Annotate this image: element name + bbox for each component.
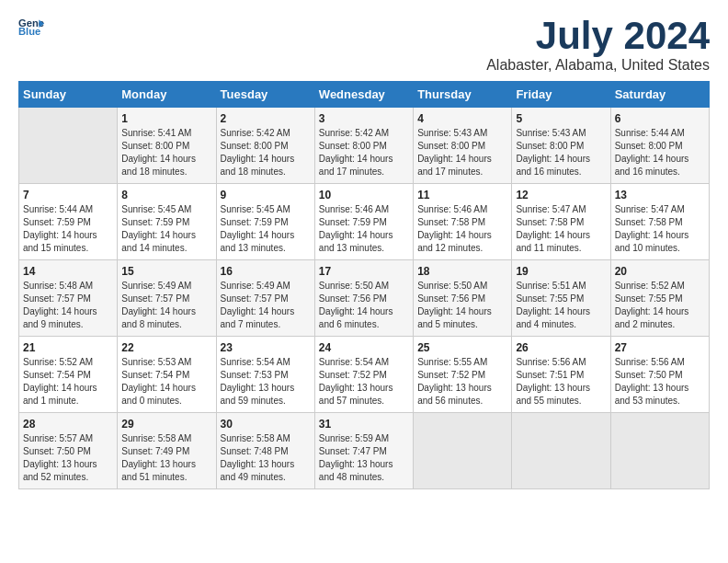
calendar-cell: 2Sunrise: 5:42 AM Sunset: 8:00 PM Daylig… [216,108,314,184]
cell-details: Sunrise: 5:41 AM Sunset: 8:00 PM Dayligh… [121,127,211,178]
calendar-cell: 28Sunrise: 5:57 AM Sunset: 7:50 PM Dayli… [19,413,118,489]
calendar-week-row: 14Sunrise: 5:48 AM Sunset: 7:57 PM Dayli… [19,260,710,337]
cell-details: Sunrise: 5:58 AM Sunset: 7:49 PM Dayligh… [121,432,211,484]
cell-details: Sunrise: 5:47 AM Sunset: 7:58 PM Dayligh… [615,203,705,255]
cell-details: Sunrise: 5:42 AM Sunset: 8:00 PM Dayligh… [221,127,311,178]
calendar-cell: 3Sunrise: 5:42 AM Sunset: 8:00 PM Daylig… [314,108,413,184]
calendar-cell: 12Sunrise: 5:47 AM Sunset: 7:58 PM Dayli… [512,184,610,260]
day-number: 18 [417,265,507,278]
calendar-cell: 13Sunrise: 5:47 AM Sunset: 7:58 PM Dayli… [610,184,709,260]
calendar-cell: 19Sunrise: 5:51 AM Sunset: 7:55 PM Dayli… [512,260,610,337]
calendar-cell [19,108,118,184]
calendar-cell: 9Sunrise: 5:45 AM Sunset: 7:59 PM Daylig… [216,184,314,260]
svg-text:Blue: Blue [18,26,40,37]
day-number: 10 [319,189,409,201]
calendar-cell: 29Sunrise: 5:58 AM Sunset: 7:49 PM Dayli… [118,413,216,489]
day-number: 2 [221,112,311,125]
calendar-body: 1Sunrise: 5:41 AM Sunset: 8:00 PM Daylig… [19,108,710,489]
day-number: 5 [516,112,606,125]
day-number: 13 [615,189,705,201]
calendar-table: SundayMondayTuesdayWednesdayThursdayFrid… [18,81,710,489]
day-number: 9 [221,189,311,201]
day-number: 20 [615,265,705,278]
calendar-cell: 10Sunrise: 5:46 AM Sunset: 7:59 PM Dayli… [314,184,413,260]
day-number: 1 [121,112,211,125]
day-number: 15 [121,265,211,278]
day-number: 28 [23,418,113,431]
calendar-header-cell: Friday [512,82,610,108]
calendar-cell [610,413,709,489]
cell-details: Sunrise: 5:44 AM Sunset: 8:00 PM Dayligh… [615,127,705,178]
cell-details: Sunrise: 5:52 AM Sunset: 7:55 PM Dayligh… [615,280,705,331]
calendar-header-row: SundayMondayTuesdayWednesdayThursdayFrid… [19,82,710,108]
calendar-cell: 17Sunrise: 5:50 AM Sunset: 7:56 PM Dayli… [314,260,413,337]
cell-details: Sunrise: 5:43 AM Sunset: 8:00 PM Dayligh… [516,127,606,178]
cell-details: Sunrise: 5:51 AM Sunset: 7:55 PM Dayligh… [516,280,606,331]
day-number: 31 [319,418,409,431]
cell-details: Sunrise: 5:49 AM Sunset: 7:57 PM Dayligh… [221,280,311,331]
page-title: July 2024 [486,15,710,57]
title-block: July 2024 Alabaster, Alabama, United Sta… [486,15,710,74]
calendar-cell: 8Sunrise: 5:45 AM Sunset: 7:59 PM Daylig… [118,184,216,260]
cell-details: Sunrise: 5:45 AM Sunset: 7:59 PM Dayligh… [121,203,211,255]
day-number: 16 [221,265,311,278]
day-number: 22 [121,341,211,354]
day-number: 25 [417,341,507,354]
cell-details: Sunrise: 5:45 AM Sunset: 7:59 PM Dayligh… [221,203,311,255]
day-number: 3 [319,112,409,125]
day-number: 6 [615,112,705,125]
day-number: 12 [516,189,606,201]
cell-details: Sunrise: 5:56 AM Sunset: 7:51 PM Dayligh… [516,356,606,408]
calendar-cell: 27Sunrise: 5:56 AM Sunset: 7:50 PM Dayli… [610,337,709,413]
calendar-week-row: 7Sunrise: 5:44 AM Sunset: 7:59 PM Daylig… [19,184,710,260]
calendar-cell: 1Sunrise: 5:41 AM Sunset: 8:00 PM Daylig… [118,108,216,184]
cell-details: Sunrise: 5:56 AM Sunset: 7:50 PM Dayligh… [615,356,705,408]
logo: General Blue [18,15,44,40]
calendar-header-cell: Saturday [610,82,709,108]
day-number: 4 [417,112,507,125]
day-number: 14 [23,265,113,278]
logo-icon: General Blue [18,15,44,40]
cell-details: Sunrise: 5:55 AM Sunset: 7:52 PM Dayligh… [417,356,507,408]
calendar-cell: 20Sunrise: 5:52 AM Sunset: 7:55 PM Dayli… [610,260,709,337]
calendar-cell: 31Sunrise: 5:59 AM Sunset: 7:47 PM Dayli… [314,413,413,489]
calendar-cell: 26Sunrise: 5:56 AM Sunset: 7:51 PM Dayli… [512,337,610,413]
calendar-cell: 6Sunrise: 5:44 AM Sunset: 8:00 PM Daylig… [610,108,709,184]
cell-details: Sunrise: 5:43 AM Sunset: 8:00 PM Dayligh… [417,127,507,178]
cell-details: Sunrise: 5:53 AM Sunset: 7:54 PM Dayligh… [121,356,211,408]
cell-details: Sunrise: 5:49 AM Sunset: 7:57 PM Dayligh… [121,280,211,331]
cell-details: Sunrise: 5:42 AM Sunset: 8:00 PM Dayligh… [319,127,409,178]
calendar-cell: 11Sunrise: 5:46 AM Sunset: 7:58 PM Dayli… [414,184,512,260]
day-number: 19 [516,265,606,278]
calendar-cell: 18Sunrise: 5:50 AM Sunset: 7:56 PM Dayli… [414,260,512,337]
calendar-cell [512,413,610,489]
cell-details: Sunrise: 5:50 AM Sunset: 7:56 PM Dayligh… [319,280,409,331]
calendar-cell [414,413,512,489]
cell-details: Sunrise: 5:46 AM Sunset: 7:59 PM Dayligh… [319,203,409,255]
cell-details: Sunrise: 5:54 AM Sunset: 7:53 PM Dayligh… [221,356,311,408]
day-number: 23 [221,341,311,354]
cell-details: Sunrise: 5:52 AM Sunset: 7:54 PM Dayligh… [23,356,113,408]
cell-details: Sunrise: 5:46 AM Sunset: 7:58 PM Dayligh… [417,203,507,255]
calendar-header-cell: Sunday [19,82,118,108]
day-number: 17 [319,265,409,278]
calendar-cell: 22Sunrise: 5:53 AM Sunset: 7:54 PM Dayli… [118,337,216,413]
calendar-header-cell: Wednesday [314,82,413,108]
calendar-cell: 25Sunrise: 5:55 AM Sunset: 7:52 PM Dayli… [414,337,512,413]
day-number: 24 [319,341,409,354]
cell-details: Sunrise: 5:47 AM Sunset: 7:58 PM Dayligh… [516,203,606,255]
day-number: 7 [23,189,113,201]
cell-details: Sunrise: 5:50 AM Sunset: 7:56 PM Dayligh… [417,280,507,331]
calendar-header-cell: Monday [118,82,216,108]
calendar-cell: 14Sunrise: 5:48 AM Sunset: 7:57 PM Dayli… [19,260,118,337]
day-number: 27 [615,341,705,354]
calendar-cell: 16Sunrise: 5:49 AM Sunset: 7:57 PM Dayli… [216,260,314,337]
calendar-week-row: 21Sunrise: 5:52 AM Sunset: 7:54 PM Dayli… [19,337,710,413]
calendar-cell: 7Sunrise: 5:44 AM Sunset: 7:59 PM Daylig… [19,184,118,260]
day-number: 26 [516,341,606,354]
calendar-cell: 4Sunrise: 5:43 AM Sunset: 8:00 PM Daylig… [414,108,512,184]
calendar-cell: 15Sunrise: 5:49 AM Sunset: 7:57 PM Dayli… [118,260,216,337]
cell-details: Sunrise: 5:54 AM Sunset: 7:52 PM Dayligh… [319,356,409,408]
calendar-header-cell: Tuesday [216,82,314,108]
cell-details: Sunrise: 5:48 AM Sunset: 7:57 PM Dayligh… [23,280,113,331]
